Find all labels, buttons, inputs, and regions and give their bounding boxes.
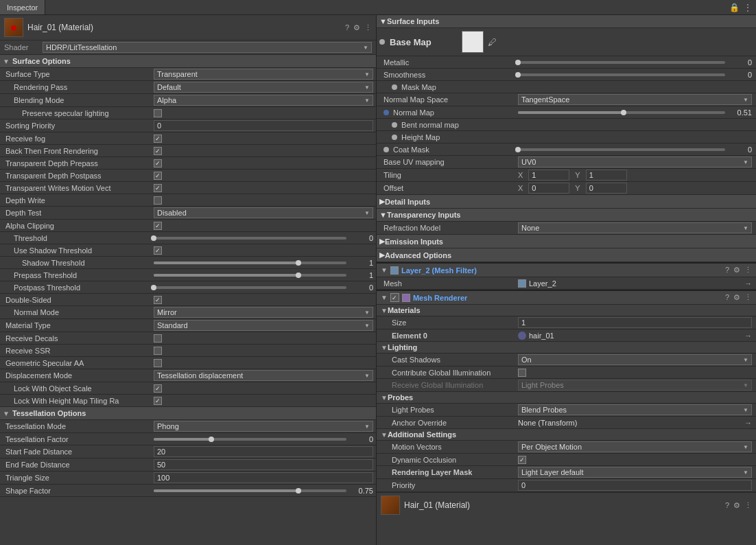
more-icon[interactable]: ⋮ xyxy=(744,293,752,302)
lock-icon[interactable]: 🔒 xyxy=(729,3,740,12)
postpass-threshold-label: Postpass Threshold xyxy=(3,283,154,292)
sorting-priority-input[interactable]: 0 xyxy=(154,120,373,131)
shape-factor-slider[interactable]: 0.75 xyxy=(154,487,373,495)
transparent-postpass-checkbox[interactable] xyxy=(154,172,162,180)
receive-ssr-checkbox[interactable] xyxy=(154,347,162,355)
lock-height-map-checkbox[interactable] xyxy=(154,397,162,405)
additional-settings-subsection-header[interactable]: ▼ Additional Settings xyxy=(377,429,756,441)
tiling-y-input[interactable] xyxy=(586,170,627,181)
chevron-down-icon: ▼ xyxy=(364,373,370,379)
shadow-threshold-slider[interactable]: 1 xyxy=(154,259,373,267)
eyedropper-icon[interactable]: 🖊 xyxy=(488,37,497,47)
base-uv-mapping-dropdown[interactable]: UV0 ▼ xyxy=(518,156,752,167)
displacement-mode-dropdown[interactable]: Tessellation displacement ▼ xyxy=(154,370,373,381)
depth-write-checkbox[interactable] xyxy=(154,196,162,205)
prepass-threshold-label: Prepass Threshold xyxy=(3,271,154,279)
cast-shadows-dropdown[interactable]: On ▼ xyxy=(518,354,752,365)
emission-inputs-header[interactable]: ▶ Emission Inputs xyxy=(377,235,756,248)
advanced-options-header[interactable]: ▶ Advanced Options xyxy=(377,248,756,262)
tessellation-factor-slider[interactable]: 0 xyxy=(154,435,373,443)
anchor-override-ref-arrow[interactable]: → xyxy=(744,419,752,427)
priority-input[interactable]: 0 xyxy=(518,480,752,491)
lock-object-scale-checkbox[interactable] xyxy=(154,384,162,393)
transparent-prepass-checkbox[interactable] xyxy=(154,159,162,167)
tessellation-mode-dropdown[interactable]: Phong ▼ xyxy=(154,421,373,432)
prepass-threshold-slider[interactable]: 1 xyxy=(154,271,373,279)
help-icon[interactable]: ? xyxy=(725,266,729,275)
settings-icon[interactable]: ⚙ xyxy=(733,266,740,275)
postpass-threshold-slider[interactable]: 0 xyxy=(154,283,373,292)
base-map-thumb[interactable] xyxy=(462,31,484,53)
end-fade-distance-input[interactable]: 50 xyxy=(154,459,373,470)
blending-mode-dropdown[interactable]: Alpha ▼ xyxy=(154,95,373,106)
alpha-clipping-checkbox[interactable] xyxy=(154,222,162,230)
contribute-gi-checkbox[interactable] xyxy=(518,369,526,377)
transparent-motion-label: Transparent Writes Motion Vect xyxy=(3,184,154,192)
more-icon[interactable]: ⋮ xyxy=(744,501,752,510)
start-fade-distance-input[interactable]: 20 xyxy=(154,446,373,457)
help-icon[interactable]: ? xyxy=(725,501,729,510)
mesh-renderer-enable-checkbox[interactable] xyxy=(390,293,399,302)
rendering-layer-mask-dropdown[interactable]: Light Layer default ▼ xyxy=(518,467,752,478)
lighting-subsection-header[interactable]: ▼ Lighting xyxy=(377,342,756,353)
offset-x-input[interactable] xyxy=(528,183,569,194)
transparent-motion-checkbox[interactable] xyxy=(154,184,162,192)
depth-test-dropdown[interactable]: Disabled ▼ xyxy=(154,207,373,218)
rendering-pass-dropdown[interactable]: Default ▼ xyxy=(154,82,373,93)
help-icon[interactable]: ? xyxy=(345,23,349,32)
element0-ref-arrow[interactable]: → xyxy=(744,332,752,340)
geometric-specular-aa-checkbox[interactable] xyxy=(154,359,162,367)
coat-mask-slider[interactable]: 0 xyxy=(518,146,752,154)
more-icon[interactable]: ⋮ xyxy=(364,23,372,32)
dynamic-occlusion-label: Dynamic Occlusion xyxy=(381,456,518,464)
normal-map-slider[interactable]: 0.51 xyxy=(518,108,752,117)
motion-vectors-label: Motion Vectors xyxy=(381,443,518,451)
surface-options-header[interactable]: ▼ Surface Options xyxy=(0,55,376,68)
triangle-size-input[interactable]: 100 xyxy=(154,472,373,483)
dynamic-occlusion-checkbox[interactable] xyxy=(518,456,526,464)
motion-vectors-dropdown[interactable]: Per Object Motion ▼ xyxy=(518,441,752,452)
probes-subsection-header[interactable]: ▼ Probes xyxy=(377,392,756,404)
metallic-slider[interactable]: 0 xyxy=(518,58,752,67)
bottom-material-icons: ? ⚙ ⋮ xyxy=(725,501,752,510)
triangle-size-row: Triangle Size 100 xyxy=(0,472,376,485)
normal-mode-dropdown[interactable]: Mirror ▼ xyxy=(154,307,373,318)
inspector-tab[interactable]: Inspector xyxy=(0,0,45,14)
surface-inputs-header[interactable]: ▼ Surface Inputs xyxy=(377,15,756,28)
help-icon[interactable]: ? xyxy=(725,293,729,302)
offset-y-input[interactable] xyxy=(586,183,627,194)
additional-settings-title: Additional Settings xyxy=(388,430,456,439)
mesh-renderer-header: ▼ Mesh Renderer ? ⚙ ⋮ xyxy=(377,291,756,305)
surface-type-dropdown[interactable]: Transparent ▼ xyxy=(154,69,373,80)
detail-inputs-header[interactable]: ▶ Detail Inputs xyxy=(377,195,756,209)
transparency-inputs-header[interactable]: ▼ Transparency Inputs xyxy=(377,209,756,222)
material-type-dropdown[interactable]: Standard ▼ xyxy=(154,320,373,331)
refraction-model-dropdown[interactable]: None ▼ xyxy=(518,222,752,233)
normal-map-space-dropdown[interactable]: TangentSpace ▼ xyxy=(518,94,752,105)
smoothness-slider[interactable]: 0 xyxy=(518,71,752,79)
materials-subsection-header[interactable]: ▼ Materials xyxy=(377,305,756,316)
use-shadow-threshold-checkbox[interactable] xyxy=(154,246,162,255)
preserve-specular-checkbox[interactable] xyxy=(154,109,162,117)
settings-icon[interactable]: ⚙ xyxy=(733,293,740,302)
double-sided-label: Double-Sided xyxy=(3,296,154,304)
back-then-front-checkbox[interactable] xyxy=(154,147,162,155)
tiling-x-input[interactable] xyxy=(528,170,569,181)
threshold-slider[interactable]: 0 xyxy=(154,234,373,242)
double-sided-checkbox[interactable] xyxy=(154,296,162,304)
light-probes-dropdown[interactable]: Blend Probes ▼ xyxy=(518,404,752,415)
receive-decals-checkbox[interactable] xyxy=(154,334,162,343)
mesh-renderer-title: Mesh Renderer xyxy=(413,294,722,302)
receive-fog-checkbox[interactable] xyxy=(154,135,162,143)
mesh-filter-collapse-icon: ▼ xyxy=(381,266,388,274)
more-icon[interactable]: ⋮ xyxy=(744,266,752,275)
mesh-ref-arrow[interactable]: → xyxy=(744,279,752,288)
materials-size-input[interactable]: 1 xyxy=(518,317,752,328)
normal-mode-value: Mirror ▼ xyxy=(154,307,373,318)
settings-icon[interactable]: ⚙ xyxy=(353,23,360,32)
settings-icon[interactable]: ⚙ xyxy=(733,501,740,510)
menu-icon[interactable]: ⋮ xyxy=(744,3,752,12)
smoothness-label: Smoothness xyxy=(381,71,518,79)
tessellation-options-header[interactable]: ▼ Tessellation Options xyxy=(0,407,376,420)
shader-dropdown[interactable]: HDRP/LitTessellation ▼ xyxy=(43,42,372,53)
